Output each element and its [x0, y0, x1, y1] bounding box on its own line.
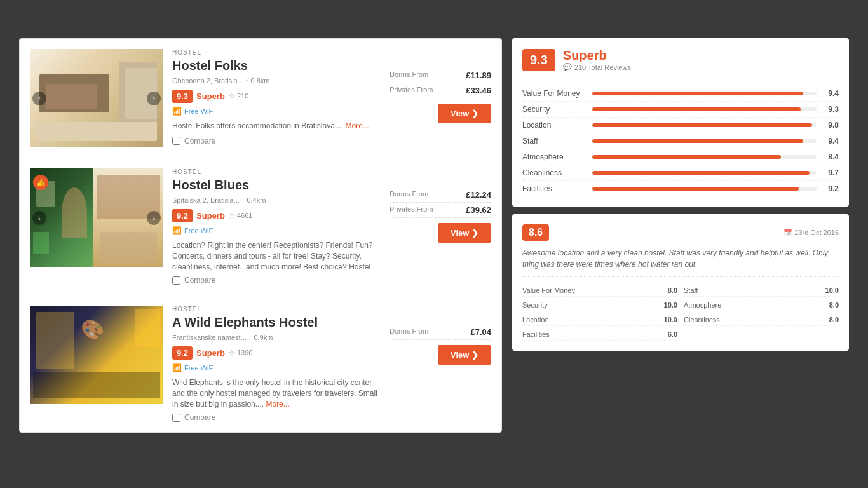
hostel-folks-compare-checkbox[interactable]	[172, 137, 180, 145]
review-card: 8.6 📅 23rd Oct 2016 Awesome location and…	[512, 214, 849, 351]
rating-item: Cleanliness 9.7	[522, 165, 839, 181]
hostel-blues-address: Spitalska 2, Bratisla... ↑ 0.4km	[172, 196, 381, 204]
rating-bar-fill	[592, 107, 801, 111]
hostel-elephants-rating-label: Superb	[196, 348, 225, 358]
hostel-elephants-compare: Compare	[172, 413, 381, 422]
review-score-item: Facilities 6.0	[522, 329, 677, 341]
privates-label: Privates From	[390, 86, 433, 95]
ratings-card: 9.3 Superb 💬 210 Total Reviews Value For…	[512, 38, 849, 207]
hostel-folks-dorms-price: £11.89	[466, 71, 491, 80]
rating-cat-name: Security	[522, 105, 586, 114]
rating-cat-name: Facilities	[522, 184, 586, 193]
review-score-label: Security	[522, 301, 548, 309]
hostel-elephants-compare-checkbox[interactable]	[172, 414, 180, 422]
hostel-blues-compare-label: Compare	[184, 276, 215, 285]
review-header: 8.6 📅 23rd Oct 2016	[522, 224, 839, 241]
hostel-blues-view-btn[interactable]: View ❯	[438, 223, 491, 243]
review-score-label: Location	[522, 316, 549, 323]
rating-cat-score: 9.4	[823, 137, 839, 146]
hostel-folks-privates-price: £33.46	[466, 86, 491, 95]
hostel-blues-privates-price: £39.62	[466, 205, 491, 215]
review-score-item: Staff 10.0	[684, 285, 839, 297]
review-score-label: Cleanliness	[684, 316, 720, 323]
hostel-folks-view-btn[interactable]: View ❯	[438, 104, 491, 123]
rating-bar-bg	[592, 107, 817, 111]
dorms-label: Dorms From	[390, 71, 428, 80]
hostel-elephants-more-link[interactable]: More...	[266, 400, 289, 408]
review-text: Awesome location and a very clean hostel…	[522, 247, 839, 277]
review-score-item: Location 10.0	[522, 314, 677, 326]
hostel-blues-desc: Location? Right in the center! Reception…	[172, 240, 381, 271]
hostel-elephants-view-btn[interactable]: View ❯	[438, 345, 491, 365]
hostel-blues-images: 👍 ‹ ›	[30, 168, 163, 267]
hostel-elephants-dorms-price: £7.04	[470, 327, 491, 337]
rating-cat-score: 9.4	[823, 89, 839, 98]
rating-cat-name: Location	[522, 121, 586, 130]
hostel-blues-carousel-next[interactable]: ›	[147, 211, 161, 225]
hostel-blues-compare-checkbox[interactable]	[172, 276, 180, 285]
hostel-folks-score: 9.3	[172, 90, 193, 103]
review-date: 📅 23rd Oct 2016	[783, 229, 839, 237]
carousel-next-btn[interactable]: ›	[147, 92, 161, 105]
review-score-item: Value For Money 8.0	[522, 285, 677, 297]
rating-bar-bg	[592, 92, 817, 95]
hostel-blues-rating-row: 9.2 Superb ☆ 4661	[172, 209, 381, 222]
hostel-folks-rating-label: Superb	[196, 92, 225, 101]
hostel-folks-desc: Hostel Folks offers accommodation in Bra…	[172, 121, 381, 132]
wifi-icon-elephants: 📶	[172, 363, 182, 372]
hostel-folks-reviews: ☆ 210	[229, 92, 248, 100]
hostel-folks-compare-label: Compare	[184, 137, 215, 146]
listings-panel: ‹ › HOSTEL Hostel Folks Obchodna 2, Brat…	[19, 38, 502, 433]
total-reviews: 💬 210 Total Reviews	[563, 63, 631, 71]
blues-dorms-label: Dorms From	[390, 190, 428, 200]
hostel-folks-rating-row: 9.3 Superb ☆ 210	[172, 90, 381, 103]
hostel-elephants-type: HOSTEL	[172, 306, 381, 313]
blues-privates-label: Privates From	[390, 205, 433, 215]
wifi-icon: 📶	[172, 107, 182, 116]
hostel-elephants-name: A Wild Elephants Hostel	[172, 315, 381, 330]
hostel-folks-prices: Dorms From £11.89 Privates From £33.46 V…	[390, 49, 491, 147]
hostel-elephants-rating-row: 9.2 Superb ☆ 1390	[172, 346, 381, 360]
hostel-elephants-prices: Dorms From £7.04 View ❯	[390, 306, 491, 422]
rating-cat-name: Atmosphere	[522, 152, 586, 161]
rating-cat-score: 9.2	[823, 184, 839, 193]
hostel-folks-compare: Compare	[172, 137, 381, 146]
review-score-label: Atmosphere	[684, 301, 721, 309]
review-score-value: 6.0	[668, 330, 677, 338]
hostel-blues-name: Hostel Blues	[172, 178, 381, 193]
rating-bar-bg	[592, 123, 817, 127]
review-score-item: Cleanliness 8.0	[684, 314, 839, 326]
hostel-blues-badge: 👍	[33, 175, 48, 190]
carousel-prev-btn[interactable]: ‹	[32, 92, 46, 105]
hostel-elephants-score: 9.2	[172, 346, 193, 360]
rating-item: Security 9.3	[522, 102, 839, 118]
review-score-label: Staff	[684, 287, 698, 294]
hostel-elephants-image: 🎨	[30, 306, 163, 404]
rating-bar-fill	[592, 155, 781, 159]
hostel-folks-more-link[interactable]: More...	[346, 121, 369, 130]
hostel-folks-address: Obchodna 2, Bratisla... ↑ 0.8km	[172, 77, 381, 85]
review-score-item: Security 10.0	[522, 299, 677, 311]
hostel-blues-compare: Compare	[172, 276, 381, 285]
rating-item: Atmosphere 8.4	[522, 149, 839, 165]
rating-cat-score: 9.8	[823, 121, 839, 130]
hostel-blues-carousel-prev[interactable]: ‹	[32, 211, 46, 225]
review-score-value: 8.0	[668, 287, 677, 294]
ratings-header: 9.3 Superb 💬 210 Total Reviews	[522, 48, 839, 78]
rating-cat-name: Cleanliness	[522, 168, 586, 177]
review-score-item: Atmosphere 8.0	[684, 299, 839, 311]
comment-icon: 💬	[563, 63, 572, 71]
hostel-elephants-wifi: 📶 Free WiFi	[172, 363, 381, 372]
overall-label: Superb	[563, 48, 631, 63]
hostel-elephants-desc: Wild Elephants is the only hostel in the…	[172, 377, 381, 408]
rating-cat-name: Value For Money	[522, 89, 586, 98]
hostel-folks-info: HOSTEL Hostel Folks Obchodna 2, Bratisla…	[172, 49, 381, 147]
hostel-folks-wifi: 📶 Free WiFi	[172, 107, 381, 116]
hostel-blues-reviews: ☆ 4661	[229, 212, 253, 220]
rating-bar-fill	[592, 123, 812, 127]
hostel-blues-prices: Dorms From £12.24 Privates From £39.62 V…	[390, 168, 491, 285]
hostel-elephants-compare-label: Compare	[184, 413, 215, 422]
review-score-badge: 8.6	[522, 224, 549, 241]
hostel-elephants-info: HOSTEL A Wild Elephants Hostel Frantiska…	[172, 306, 381, 422]
hostel-blues-wifi: 📶 Free WiFi	[172, 226, 381, 235]
